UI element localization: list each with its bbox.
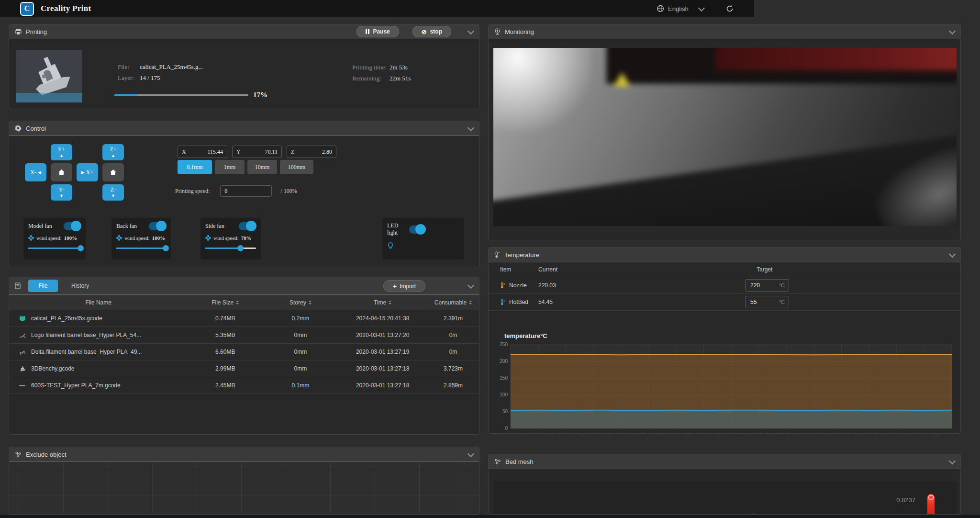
sort-icon[interactable] <box>469 299 472 306</box>
files-panel: File History + Import File Name File Siz… <box>9 277 479 435</box>
exclude-object-title: Exclude object <box>26 451 67 458</box>
home-xy-button[interactable] <box>51 163 72 181</box>
monitoring-collapse-chevron-icon[interactable] <box>949 27 956 34</box>
nozzle-target-value: 220 <box>746 282 779 289</box>
language-selector[interactable]: English <box>657 0 704 17</box>
back-fan-slider[interactable] <box>116 248 166 249</box>
svg-text:20:47:39: 20:47:39 <box>806 431 824 434</box>
nozzle-target-input[interactable]: 220 °C <box>745 279 789 292</box>
step-10mm-button[interactable]: 10mm <box>247 160 277 174</box>
printing-speed-input[interactable] <box>220 185 272 197</box>
pause-icon <box>366 29 369 34</box>
step-100mm-button[interactable]: 100mm <box>280 160 313 174</box>
file-table: File Name File Size Storey Time Consumab… <box>9 295 479 394</box>
language-label: English <box>668 5 689 12</box>
model-fan-toggle[interactable] <box>64 222 81 230</box>
home-icon <box>58 169 65 176</box>
table-row[interactable]: calicat_PLA_25m45s.gcode 0.74MB 0.2mm 20… <box>9 310 479 327</box>
home-z-button[interactable] <box>102 163 124 181</box>
back-fan-card: Back fan wind speed: 100% <box>111 218 171 259</box>
bed-mesh-viewport[interactable]: 0.8237 <box>493 481 957 515</box>
svg-text:20:47:32: 20:47:32 <box>779 431 796 434</box>
progress-track <box>114 94 248 96</box>
wind-speed-label: wind speed: <box>124 235 150 241</box>
tab-history[interactable]: History <box>71 282 89 289</box>
jog-y-minus-button[interactable]: Y-▼ <box>51 184 72 201</box>
printing-time-value: 2m 53s <box>390 64 408 71</box>
back-fan-toggle[interactable] <box>149 222 166 230</box>
file-consumable: 0m <box>427 344 479 360</box>
file-size: 0.74MB <box>188 310 263 327</box>
step-1mm-button[interactable]: 1mm <box>215 160 245 174</box>
import-button[interactable]: + Import <box>383 280 425 292</box>
sort-icon[interactable] <box>236 299 239 306</box>
table-row[interactable]: 3DBenchy.gcode 2.99MB 0mm 2020-03-01 13:… <box>9 360 479 377</box>
control-collapse-chevron-icon[interactable] <box>468 124 474 131</box>
slider-thumb[interactable] <box>78 245 84 251</box>
slider-thumb[interactable] <box>163 245 169 251</box>
sort-icon[interactable] <box>309 299 312 306</box>
exclude-object-grid[interactable] <box>9 462 479 515</box>
slider-thumb[interactable] <box>237 245 244 251</box>
svg-text:20:46:43: 20:46:43 <box>585 431 603 434</box>
exclude-collapse-chevron-icon[interactable] <box>468 450 474 457</box>
jog-z-minus-button[interactable]: Z-▼ <box>102 184 124 201</box>
stop-button[interactable]: ⊘ stop <box>412 26 451 37</box>
y-position-field[interactable]: Y 70.11 <box>232 146 282 158</box>
side-fan-toggle[interactable] <box>239 222 256 230</box>
files-collapse-chevron-icon[interactable] <box>468 282 474 288</box>
temperature-collapse-chevron-icon[interactable] <box>949 250 956 257</box>
monitoring-panel-body <box>489 39 960 240</box>
x-position-field[interactable]: X 115.44 <box>178 146 227 158</box>
file-size: 2.45MB <box>188 377 263 394</box>
table-row[interactable]: 600S-TEST_Hyper PLA_7m.gcode 2.45MB 0.1m… <box>9 377 479 394</box>
hotbed-target-input[interactable]: 55 °C <box>745 296 789 308</box>
led-light-toggle[interactable] <box>409 225 425 234</box>
jog-z-plus-button[interactable]: Z+▲ <box>102 144 124 160</box>
print-progress: 17% <box>114 91 267 99</box>
file-consumable: 2.391m <box>427 310 479 327</box>
col-storey[interactable]: Storey <box>263 295 338 310</box>
bedmesh-collapse-chevron-icon[interactable] <box>949 457 956 464</box>
side-fan-slider[interactable] <box>205 248 256 249</box>
jog-x-plus-button[interactable]: ▶ X+ <box>77 163 98 181</box>
bed-mesh-panel: Bed mesh 0.8237 <box>488 454 961 515</box>
svg-text:20:46:22: 20:46:22 <box>503 431 521 434</box>
tab-file[interactable]: File <box>28 280 58 292</box>
progress-fill <box>114 94 137 96</box>
gear-icon <box>15 125 22 132</box>
fan-icon <box>116 235 122 241</box>
table-row[interactable]: Delta filament barrel base_Hyper PLA_49.… <box>9 344 479 360</box>
jog-x-minus-button[interactable]: X- ◀ <box>25 163 46 181</box>
col-current: Current <box>538 266 581 273</box>
refresh-button[interactable] <box>724 2 736 15</box>
sort-icon[interactable] <box>389 299 391 306</box>
col-target: Target <box>757 266 772 273</box>
remaining-value: 22m 51s <box>390 75 411 82</box>
up-arrow-icon: ▲ <box>59 153 64 158</box>
model-fan-slider[interactable] <box>28 248 81 249</box>
file-size: 5.35MB <box>188 327 263 344</box>
col-file-size[interactable]: File Size <box>188 295 263 310</box>
layer-row: Layer: 14 / 175 <box>118 74 160 82</box>
jog-y-plus-button[interactable]: Y+▲ <box>51 144 72 160</box>
svg-text:150: 150 <box>500 375 508 381</box>
file-consumable: 0m <box>427 327 479 344</box>
svg-text:250: 250 <box>500 342 508 347</box>
pause-button[interactable]: Pause <box>356 26 399 37</box>
svg-text:20:47:46: 20:47:46 <box>834 431 851 434</box>
down-arrow-icon: ▼ <box>59 193 64 199</box>
col-consumable[interactable]: Consumable <box>427 295 479 310</box>
table-row[interactable]: Logo filament barrel base_Hyper PLA_54..… <box>9 327 479 344</box>
z-position-field[interactable]: Z 2.80 <box>287 146 336 158</box>
col-time[interactable]: Time <box>338 295 427 310</box>
hotbed-current: 54.45 <box>538 299 581 305</box>
file-time: 2020-03-01 13:27:20 <box>338 327 427 344</box>
printing-collapse-chevron-icon[interactable] <box>468 27 474 34</box>
side-fan-card: Side fan wind speed: 70% <box>200 218 261 259</box>
wind-speed-value: 100% <box>64 235 78 241</box>
wind-speed-value: 70% <box>241 235 252 241</box>
col-item: Item <box>500 266 538 273</box>
step-0.1mm-button[interactable]: 0.1mm <box>178 160 212 174</box>
chevron-down-icon <box>698 4 705 11</box>
